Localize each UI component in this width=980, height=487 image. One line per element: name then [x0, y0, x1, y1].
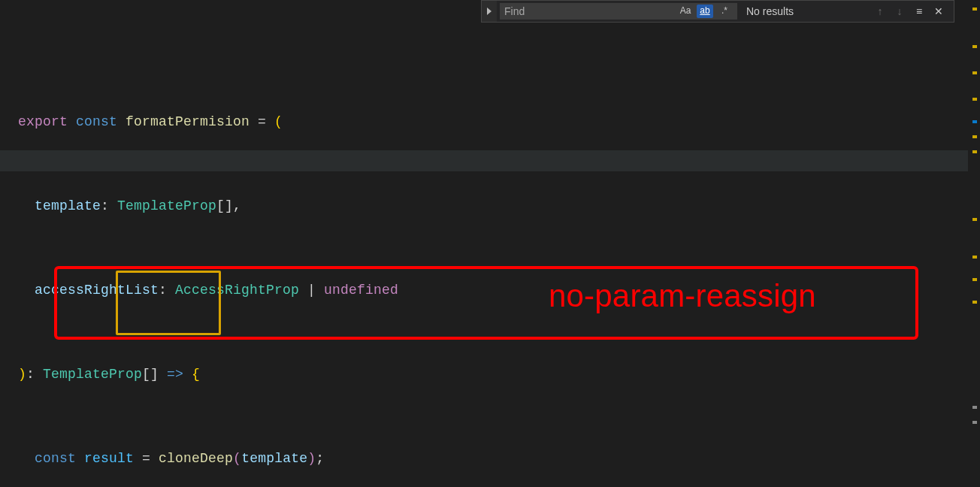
whole-word-toggle[interactable]: ab: [697, 5, 713, 18]
chevron-right-icon: [487, 8, 492, 15]
code-line: accessRightList: AccessRightProp | undef…: [18, 280, 980, 301]
close-icon: ✕: [934, 5, 943, 17]
overview-ruler[interactable]: [968, 0, 978, 487]
find-in-selection-button[interactable]: ≡: [912, 4, 927, 19]
find-expand-toggle[interactable]: [482, 1, 497, 22]
find-bar: Aa ab .* No results ↑ ↓ ≡ ✕: [481, 0, 954, 23]
code-line: ): TemplateProp[] => {: [18, 364, 980, 385]
highlight-box-red: [54, 266, 918, 340]
find-next-button[interactable]: ↓: [892, 4, 907, 19]
find-results-text: No results: [746, 5, 794, 17]
regex-toggle[interactable]: .*: [716, 5, 733, 18]
match-case-toggle[interactable]: Aa: [677, 5, 694, 18]
find-options: Aa ab .*: [673, 3, 737, 20]
arrow-up-icon: ↑: [878, 5, 883, 17]
find-input[interactable]: [500, 3, 673, 20]
selection-icon: ≡: [916, 5, 922, 17]
code-line: template: TemplateProp[],: [18, 195, 980, 216]
highlighted-line: [0, 150, 972, 171]
find-prev-button[interactable]: ↑: [873, 4, 888, 19]
arrow-down-icon: ↓: [897, 5, 903, 17]
code-editor[interactable]: export const formatPermision = ( templat…: [0, 0, 980, 487]
code-line: const result = cloneDeep(template);: [18, 448, 980, 469]
find-close-button[interactable]: ✕: [931, 4, 946, 19]
code-line: export const formatPermision = (: [18, 111, 980, 132]
